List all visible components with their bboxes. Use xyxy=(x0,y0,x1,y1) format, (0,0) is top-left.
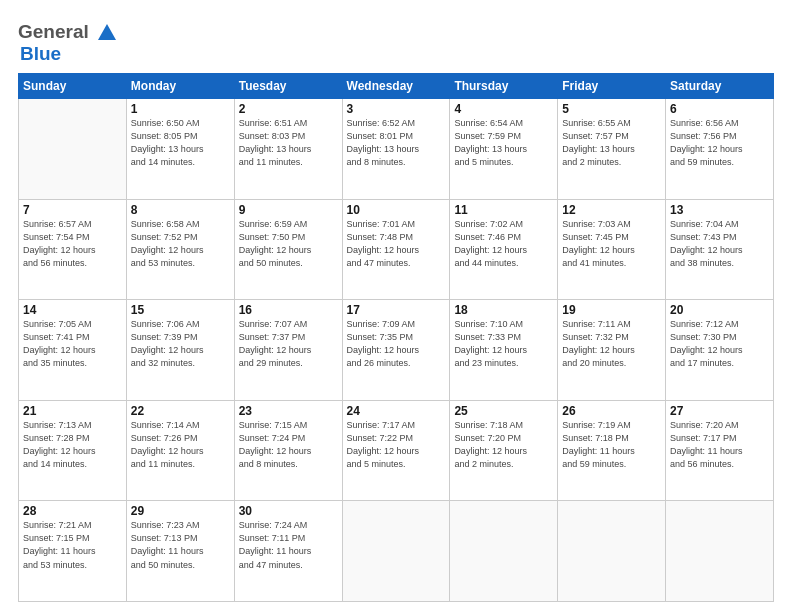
logo-text: General xyxy=(18,22,118,44)
day-number: 5 xyxy=(562,102,661,116)
week-row-5: 28Sunrise: 7:21 AMSunset: 7:15 PMDayligh… xyxy=(19,501,774,602)
logo: General Blue xyxy=(18,18,118,63)
calendar-cell: 12Sunrise: 7:03 AMSunset: 7:45 PMDayligh… xyxy=(558,199,666,300)
day-number: 30 xyxy=(239,504,338,518)
week-row-3: 14Sunrise: 7:05 AMSunset: 7:41 PMDayligh… xyxy=(19,300,774,401)
calendar-cell: 17Sunrise: 7:09 AMSunset: 7:35 PMDayligh… xyxy=(342,300,450,401)
calendar-cell: 9Sunrise: 6:59 AMSunset: 7:50 PMDaylight… xyxy=(234,199,342,300)
weekday-header-monday: Monday xyxy=(126,74,234,99)
day-number: 8 xyxy=(131,203,230,217)
calendar-cell: 26Sunrise: 7:19 AMSunset: 7:18 PMDayligh… xyxy=(558,400,666,501)
day-info: Sunrise: 7:14 AMSunset: 7:26 PMDaylight:… xyxy=(131,419,230,471)
day-info: Sunrise: 7:04 AMSunset: 7:43 PMDaylight:… xyxy=(670,218,769,270)
calendar-cell xyxy=(558,501,666,602)
calendar-cell: 5Sunrise: 6:55 AMSunset: 7:57 PMDaylight… xyxy=(558,99,666,200)
calendar-cell xyxy=(342,501,450,602)
calendar-cell xyxy=(450,501,558,602)
weekday-header-saturday: Saturday xyxy=(666,74,774,99)
day-info: Sunrise: 7:13 AMSunset: 7:28 PMDaylight:… xyxy=(23,419,122,471)
week-row-1: 1Sunrise: 6:50 AMSunset: 8:05 PMDaylight… xyxy=(19,99,774,200)
day-info: Sunrise: 7:18 AMSunset: 7:20 PMDaylight:… xyxy=(454,419,553,471)
day-info: Sunrise: 7:24 AMSunset: 7:11 PMDaylight:… xyxy=(239,519,338,571)
day-number: 11 xyxy=(454,203,553,217)
day-number: 25 xyxy=(454,404,553,418)
weekday-header-sunday: Sunday xyxy=(19,74,127,99)
day-info: Sunrise: 6:58 AMSunset: 7:52 PMDaylight:… xyxy=(131,218,230,270)
calendar-cell: 29Sunrise: 7:23 AMSunset: 7:13 PMDayligh… xyxy=(126,501,234,602)
calendar-cell: 1Sunrise: 6:50 AMSunset: 8:05 PMDaylight… xyxy=(126,99,234,200)
calendar-table: SundayMondayTuesdayWednesdayThursdayFrid… xyxy=(18,73,774,602)
calendar-cell xyxy=(666,501,774,602)
day-number: 28 xyxy=(23,504,122,518)
calendar-cell: 19Sunrise: 7:11 AMSunset: 7:32 PMDayligh… xyxy=(558,300,666,401)
day-info: Sunrise: 7:21 AMSunset: 7:15 PMDaylight:… xyxy=(23,519,122,571)
day-info: Sunrise: 7:09 AMSunset: 7:35 PMDaylight:… xyxy=(347,318,446,370)
day-info: Sunrise: 7:23 AMSunset: 7:13 PMDaylight:… xyxy=(131,519,230,571)
day-info: Sunrise: 7:19 AMSunset: 7:18 PMDaylight:… xyxy=(562,419,661,471)
day-info: Sunrise: 6:59 AMSunset: 7:50 PMDaylight:… xyxy=(239,218,338,270)
day-number: 13 xyxy=(670,203,769,217)
day-info: Sunrise: 7:15 AMSunset: 7:24 PMDaylight:… xyxy=(239,419,338,471)
page: General Blue SundayMondayTuesdayWednesda… xyxy=(0,0,792,612)
weekday-header-wednesday: Wednesday xyxy=(342,74,450,99)
header: General Blue xyxy=(18,18,774,63)
calendar-cell: 25Sunrise: 7:18 AMSunset: 7:20 PMDayligh… xyxy=(450,400,558,501)
weekday-header-thursday: Thursday xyxy=(450,74,558,99)
day-number: 2 xyxy=(239,102,338,116)
calendar-cell: 2Sunrise: 6:51 AMSunset: 8:03 PMDaylight… xyxy=(234,99,342,200)
calendar-cell: 18Sunrise: 7:10 AMSunset: 7:33 PMDayligh… xyxy=(450,300,558,401)
day-number: 26 xyxy=(562,404,661,418)
calendar-cell: 27Sunrise: 7:20 AMSunset: 7:17 PMDayligh… xyxy=(666,400,774,501)
logo-blue-text: Blue xyxy=(20,44,61,63)
calendar-cell: 20Sunrise: 7:12 AMSunset: 7:30 PMDayligh… xyxy=(666,300,774,401)
day-number: 17 xyxy=(347,303,446,317)
day-number: 21 xyxy=(23,404,122,418)
calendar-cell: 28Sunrise: 7:21 AMSunset: 7:15 PMDayligh… xyxy=(19,501,127,602)
day-info: Sunrise: 6:51 AMSunset: 8:03 PMDaylight:… xyxy=(239,117,338,169)
day-number: 14 xyxy=(23,303,122,317)
day-info: Sunrise: 6:52 AMSunset: 8:01 PMDaylight:… xyxy=(347,117,446,169)
day-number: 10 xyxy=(347,203,446,217)
day-info: Sunrise: 7:03 AMSunset: 7:45 PMDaylight:… xyxy=(562,218,661,270)
day-number: 29 xyxy=(131,504,230,518)
day-number: 4 xyxy=(454,102,553,116)
day-number: 12 xyxy=(562,203,661,217)
day-number: 7 xyxy=(23,203,122,217)
day-info: Sunrise: 6:57 AMSunset: 7:54 PMDaylight:… xyxy=(23,218,122,270)
calendar-cell: 24Sunrise: 7:17 AMSunset: 7:22 PMDayligh… xyxy=(342,400,450,501)
calendar-cell: 13Sunrise: 7:04 AMSunset: 7:43 PMDayligh… xyxy=(666,199,774,300)
weekday-header-row: SundayMondayTuesdayWednesdayThursdayFrid… xyxy=(19,74,774,99)
calendar-cell: 14Sunrise: 7:05 AMSunset: 7:41 PMDayligh… xyxy=(19,300,127,401)
day-number: 15 xyxy=(131,303,230,317)
day-number: 16 xyxy=(239,303,338,317)
day-number: 6 xyxy=(670,102,769,116)
calendar-cell: 21Sunrise: 7:13 AMSunset: 7:28 PMDayligh… xyxy=(19,400,127,501)
weekday-header-friday: Friday xyxy=(558,74,666,99)
day-number: 1 xyxy=(131,102,230,116)
calendar-cell: 15Sunrise: 7:06 AMSunset: 7:39 PMDayligh… xyxy=(126,300,234,401)
day-number: 27 xyxy=(670,404,769,418)
calendar-cell xyxy=(19,99,127,200)
day-info: Sunrise: 6:50 AMSunset: 8:05 PMDaylight:… xyxy=(131,117,230,169)
day-number: 18 xyxy=(454,303,553,317)
day-number: 19 xyxy=(562,303,661,317)
logo-icon xyxy=(96,22,118,44)
day-number: 22 xyxy=(131,404,230,418)
calendar-cell: 7Sunrise: 6:57 AMSunset: 7:54 PMDaylight… xyxy=(19,199,127,300)
day-info: Sunrise: 7:02 AMSunset: 7:46 PMDaylight:… xyxy=(454,218,553,270)
day-info: Sunrise: 7:11 AMSunset: 7:32 PMDaylight:… xyxy=(562,318,661,370)
day-number: 24 xyxy=(347,404,446,418)
calendar-cell: 23Sunrise: 7:15 AMSunset: 7:24 PMDayligh… xyxy=(234,400,342,501)
day-info: Sunrise: 7:12 AMSunset: 7:30 PMDaylight:… xyxy=(670,318,769,370)
calendar-cell: 10Sunrise: 7:01 AMSunset: 7:48 PMDayligh… xyxy=(342,199,450,300)
day-info: Sunrise: 7:10 AMSunset: 7:33 PMDaylight:… xyxy=(454,318,553,370)
calendar-cell: 4Sunrise: 6:54 AMSunset: 7:59 PMDaylight… xyxy=(450,99,558,200)
calendar-cell: 11Sunrise: 7:02 AMSunset: 7:46 PMDayligh… xyxy=(450,199,558,300)
week-row-2: 7Sunrise: 6:57 AMSunset: 7:54 PMDaylight… xyxy=(19,199,774,300)
day-info: Sunrise: 7:17 AMSunset: 7:22 PMDaylight:… xyxy=(347,419,446,471)
calendar-cell: 8Sunrise: 6:58 AMSunset: 7:52 PMDaylight… xyxy=(126,199,234,300)
calendar-cell: 3Sunrise: 6:52 AMSunset: 8:01 PMDaylight… xyxy=(342,99,450,200)
calendar-cell: 16Sunrise: 7:07 AMSunset: 7:37 PMDayligh… xyxy=(234,300,342,401)
day-info: Sunrise: 7:01 AMSunset: 7:48 PMDaylight:… xyxy=(347,218,446,270)
svg-marker-0 xyxy=(98,24,116,40)
